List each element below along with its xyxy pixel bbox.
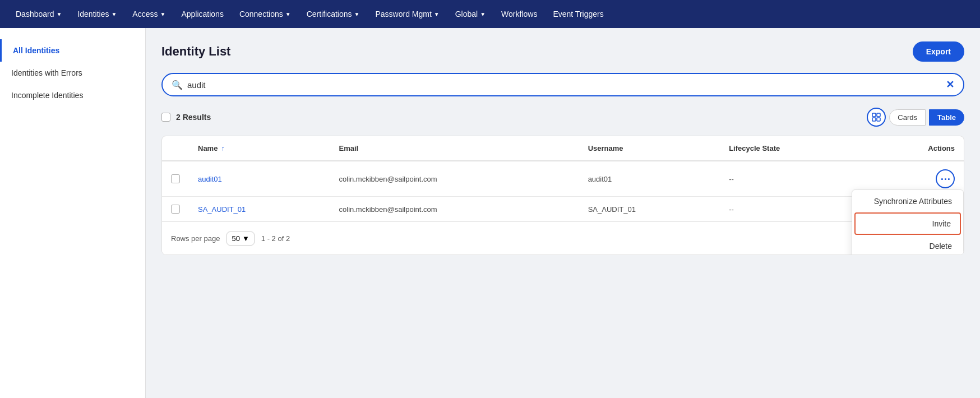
select-all-checkbox[interactable] xyxy=(161,113,170,122)
search-input[interactable] xyxy=(187,80,946,90)
nav-event-triggers[interactable]: Event Triggers xyxy=(546,5,610,23)
nav-event-triggers-label: Event Triggers xyxy=(553,10,603,18)
th-actions: Actions xyxy=(868,136,964,161)
th-email-label: Email xyxy=(339,144,359,152)
dropdown-item-synchronize[interactable]: Synchronize Attributes xyxy=(852,190,963,212)
results-bar: 2 Results Cards Table xyxy=(161,105,964,129)
row2-name-cell: SA_AUDIT_01 xyxy=(189,197,330,222)
nav-access-chevron: ▼ xyxy=(160,11,165,17)
identity-table-container: Name ↑ Email Username Lifecycle State xyxy=(161,136,964,255)
row1-email-cell: colin.mckibben@sailpoint.com xyxy=(330,161,579,197)
nav-connections[interactable]: Connections ▼ xyxy=(233,5,298,23)
top-nav: Dashboard ▼ Identities ▼ Access ▼ Applic… xyxy=(0,0,980,28)
view-toggle: Cards Table xyxy=(867,108,964,127)
grid-icon xyxy=(872,113,881,122)
table-header-row: Name ↑ Email Username Lifecycle State xyxy=(162,136,964,161)
th-username[interactable]: Username xyxy=(579,136,720,161)
page-range: 1 - 2 of 2 xyxy=(261,234,290,243)
row2-checkbox-cell xyxy=(162,197,189,222)
svg-rect-2 xyxy=(872,118,876,121)
dropdown-item-delete[interactable]: Delete xyxy=(852,235,963,255)
sidebar: All Identities Identities with Errors In… xyxy=(0,28,146,398)
row2-name-link[interactable]: SA_AUDIT_01 xyxy=(198,205,246,214)
sort-asc-icon[interactable]: ↑ xyxy=(221,145,224,152)
row2-username-cell: SA_AUDIT_01 xyxy=(579,197,720,222)
row1-email: colin.mckibben@sailpoint.com xyxy=(339,175,437,183)
row2-checkbox[interactable] xyxy=(171,205,180,214)
nav-identities-label: Identities xyxy=(77,10,109,18)
export-button[interactable]: Export xyxy=(913,41,964,62)
dropdown-synchronize-label: Synchronize Attributes xyxy=(874,197,952,206)
actions-dropdown-menu: Synchronize Attributes Invite Delete Res… xyxy=(852,189,964,255)
sidebar-all-identities-label: All Identities xyxy=(13,46,59,55)
sidebar-item-incomplete-identities[interactable]: Incomplete Identities xyxy=(0,84,145,107)
nav-certifications-label: Certifications xyxy=(307,10,352,18)
results-count: 2 Results xyxy=(176,113,211,122)
content-wrapper: All Identities Identities with Errors In… xyxy=(0,28,980,398)
row1-checkbox[interactable] xyxy=(171,174,180,183)
svg-rect-3 xyxy=(877,118,880,121)
sidebar-incomplete-identities-label: Incomplete Identities xyxy=(11,91,83,100)
th-actions-label: Actions xyxy=(928,144,955,152)
th-email[interactable]: Email xyxy=(330,136,579,161)
view-table-button[interactable]: Table xyxy=(929,109,964,126)
nav-connections-chevron: ▼ xyxy=(285,11,291,17)
row1-actions-cell: ⋯ Synchronize Attributes Invite xyxy=(868,161,964,197)
row2-lifecycle: -- xyxy=(729,205,734,214)
results-left: 2 Results xyxy=(161,113,211,122)
pagination-bar: Rows per page 50 ▼ 1 - 2 of 2 Page › xyxy=(162,221,964,254)
row1-name-link[interactable]: audit01 xyxy=(198,175,222,183)
view-cards-button[interactable]: Cards xyxy=(889,109,926,126)
search-clear-button[interactable]: ✕ xyxy=(946,78,954,91)
nav-password-mgmt-label: Password Mgmt xyxy=(375,10,431,18)
nav-dashboard-chevron: ▼ xyxy=(57,11,62,17)
table-row: audit01 colin.mckibben@sailpoint.com aud… xyxy=(162,161,964,197)
row1-actions-button[interactable]: ⋯ xyxy=(936,169,955,188)
nav-applications-label: Applications xyxy=(181,10,224,18)
search-icon: 🔍 xyxy=(172,80,183,90)
th-lifecycle-state[interactable]: Lifecycle State xyxy=(720,136,868,161)
nav-certifications-chevron: ▼ xyxy=(354,11,360,17)
th-checkbox xyxy=(162,136,189,161)
nav-access[interactable]: Access ▼ xyxy=(126,5,172,23)
table-row: SA_AUDIT_01 colin.mckibben@sailpoint.com… xyxy=(162,197,964,222)
row1-username: audit01 xyxy=(588,175,612,183)
nav-global-label: Global xyxy=(455,10,478,18)
nav-global[interactable]: Global ▼ xyxy=(449,5,492,23)
nav-password-mgmt[interactable]: Password Mgmt ▼ xyxy=(368,5,446,23)
page-header: Identity List Export xyxy=(161,41,964,62)
rows-per-page-value: 50 xyxy=(232,234,239,243)
nav-applications[interactable]: Applications xyxy=(174,5,230,23)
row2-email: colin.mckibben@sailpoint.com xyxy=(339,205,437,214)
row1-name-cell: audit01 xyxy=(189,161,330,197)
nav-workflows-label: Workflows xyxy=(501,10,537,18)
nav-workflows[interactable]: Workflows xyxy=(494,5,544,23)
view-grid-button[interactable] xyxy=(867,108,886,127)
th-lifecycle-label: Lifecycle State xyxy=(729,144,780,152)
row2-lifecycle-cell: -- xyxy=(720,197,868,222)
row1-checkbox-cell xyxy=(162,161,189,197)
svg-rect-0 xyxy=(872,113,876,117)
svg-rect-1 xyxy=(877,113,880,117)
dropdown-item-invite[interactable]: Invite xyxy=(854,212,961,235)
row1-lifecycle-cell: -- xyxy=(720,161,868,197)
th-name[interactable]: Name ↑ xyxy=(189,136,330,161)
sidebar-item-identities-with-errors[interactable]: Identities with Errors xyxy=(0,62,145,84)
main-content: Identity List Export 🔍 ✕ 2 Results xyxy=(146,28,980,398)
nav-certifications[interactable]: Certifications ▼ xyxy=(300,5,367,23)
nav-dashboard[interactable]: Dashboard ▼ xyxy=(9,5,68,23)
row2-username: SA_AUDIT_01 xyxy=(588,205,636,214)
sidebar-identities-errors-label: Identities with Errors xyxy=(11,68,82,77)
sidebar-item-all-identities[interactable]: All Identities xyxy=(0,39,145,62)
nav-access-label: Access xyxy=(132,10,158,18)
rows-per-page-select[interactable]: 50 ▼ xyxy=(226,232,254,246)
search-bar: 🔍 ✕ xyxy=(161,73,964,96)
nav-identities-chevron: ▼ xyxy=(111,11,117,17)
nav-connections-label: Connections xyxy=(239,10,283,18)
row1-username-cell: audit01 xyxy=(579,161,720,197)
th-name-label: Name xyxy=(198,144,218,152)
row1-lifecycle: -- xyxy=(729,175,734,183)
nav-global-chevron: ▼ xyxy=(480,11,486,17)
nav-identities[interactable]: Identities ▼ xyxy=(71,5,123,23)
rows-per-page-label: Rows per page xyxy=(171,234,220,243)
